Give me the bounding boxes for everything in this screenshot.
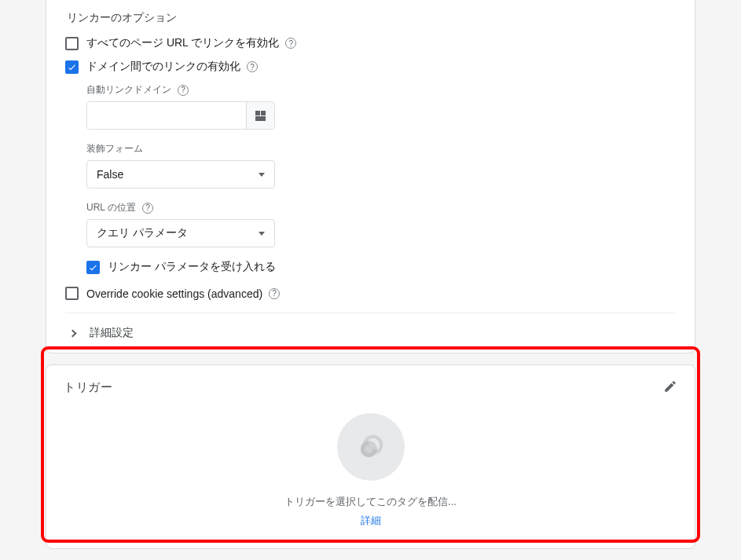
field-label: URL の位置: [86, 201, 136, 214]
field-url-position: URL の位置 ? クエリ パラメータ: [86, 201, 676, 247]
option-accept-linker[interactable]: リンカー パラメータを受け入れる: [86, 260, 676, 274]
option-enable-all-pages[interactable]: すべてのページ URL でリンクを有効化 ?: [65, 36, 676, 50]
field-label: 自動リンクドメイン: [86, 83, 171, 97]
trigger-placeholder-text: トリガーを選択してこのタグを配信...: [284, 495, 457, 509]
help-icon[interactable]: ?: [247, 61, 258, 72]
option-cross-domain[interactable]: ドメイン間でのリンクの有効化 ?: [65, 60, 676, 74]
select-value: False: [97, 168, 123, 181]
option-label: すべてのページ URL でリンクを有効化: [86, 36, 279, 50]
advanced-settings-toggle[interactable]: 詳細設定: [65, 313, 676, 345]
trigger-placeholder-circle: [337, 413, 405, 481]
option-override-cookie[interactable]: Override cookie settings (advanced) ?: [65, 287, 676, 300]
trigger-placeholder[interactable]: トリガーを選択してこのタグを配信... 詳細: [64, 413, 677, 528]
caret-down-icon: [259, 232, 265, 236]
option-label: リンカー パラメータを受け入れる: [108, 260, 276, 274]
linker-section-title: リンカーのオプション: [67, 0, 676, 25]
select-value: クエリ パラメータ: [97, 226, 188, 240]
help-icon[interactable]: ?: [285, 38, 296, 49]
checkbox-accept-linker[interactable]: [86, 261, 100, 274]
option-label: Override cookie settings (advanced): [86, 287, 262, 300]
decorate-forms-select[interactable]: False: [86, 160, 275, 188]
trigger-title: トリガー: [64, 380, 112, 395]
help-icon[interactable]: ?: [142, 203, 153, 214]
trigger-card: トリガー トリガーを選択してこのタグを配信... 詳細: [46, 364, 695, 549]
trigger-detail-link[interactable]: 詳細: [361, 514, 381, 528]
checkbox-enable-all[interactable]: [65, 37, 79, 50]
lego-icon: [255, 111, 266, 121]
chevron-right-icon: [69, 329, 77, 337]
edit-trigger-button[interactable]: [663, 379, 677, 396]
field-decorate-forms: 装飾フォーム False: [86, 142, 676, 188]
auto-link-domain-input[interactable]: [87, 102, 246, 129]
option-label: ドメイン間でのリンクの有効化: [86, 60, 240, 74]
advanced-label: 詳細設定: [90, 326, 134, 340]
field-auto-link-domain: 自動リンクドメイン ?: [86, 83, 676, 130]
field-label: 装飾フォーム: [86, 142, 143, 156]
pencil-icon: [663, 379, 677, 393]
url-position-select[interactable]: クエリ パラメータ: [86, 219, 275, 247]
linker-options-card: リンカーのオプション すべてのページ URL でリンクを有効化 ? ドメイン間で…: [46, 0, 695, 353]
variable-picker-button[interactable]: [246, 102, 274, 129]
help-icon[interactable]: ?: [269, 288, 280, 299]
checkbox-override-cookie[interactable]: [65, 287, 79, 300]
caret-down-icon: [259, 173, 265, 177]
help-icon[interactable]: ?: [178, 85, 189, 96]
trigger-icon: [354, 430, 387, 463]
checkbox-cross-domain[interactable]: [65, 60, 79, 74]
